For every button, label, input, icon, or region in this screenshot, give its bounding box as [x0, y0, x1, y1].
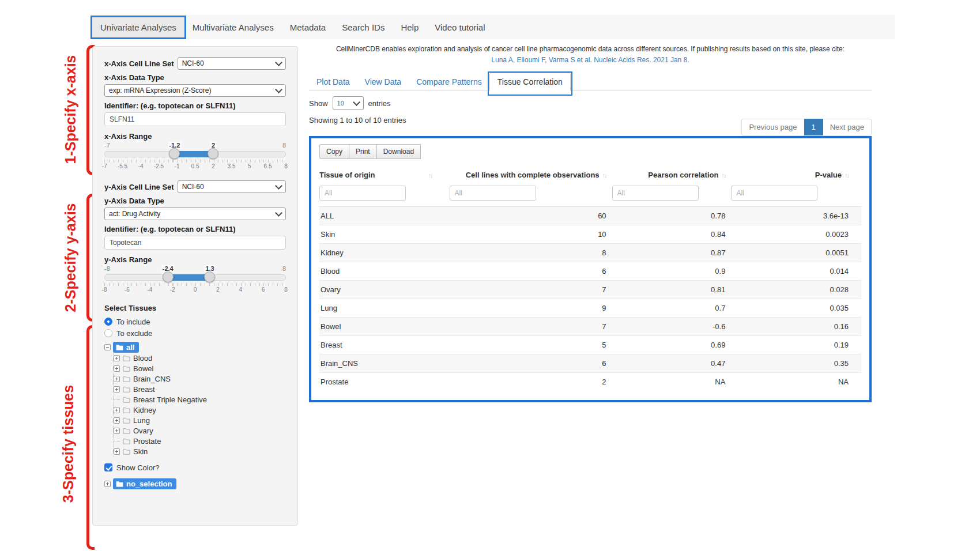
sort-icon[interactable]: ↑↓: [845, 172, 849, 179]
folder-icon: [123, 386, 130, 393]
expand-icon[interactable]: [114, 376, 120, 382]
previous-page-button[interactable]: Previous page: [741, 119, 804, 135]
include-radio[interactable]: [104, 318, 112, 326]
table-header-row: Tissue of origin↑↓ Cell lines with compl…: [319, 166, 861, 184]
tree-node-tissue[interactable]: Kidney: [114, 405, 286, 415]
analysis-tab[interactable]: View Data: [357, 73, 409, 90]
slider-max-label: 8: [282, 265, 286, 272]
slider-track[interactable]: [104, 151, 286, 157]
tree-node-tissue[interactable]: Bowel: [114, 363, 286, 373]
table-row[interactable]: ALL 60 0.78 3.6e-13: [319, 207, 861, 225]
exclude-radio-row[interactable]: To exclude: [104, 327, 286, 339]
expand-icon[interactable]: [114, 407, 120, 413]
folder-icon: [123, 417, 130, 424]
tree-node-label: Bowel: [133, 364, 153, 373]
export-button[interactable]: Download: [376, 144, 421, 159]
table-row[interactable]: Breast 5 0.69 0.19: [319, 336, 861, 354]
expand-icon[interactable]: [114, 365, 120, 372]
tree-node-tissue[interactable]: Brain_CNS: [114, 373, 286, 384]
nav-item[interactable]: Search IDs: [334, 17, 393, 37]
x-data-type-select[interactable]: exp: mRNA Expression (Z-Score): [104, 84, 286, 97]
sort-icon[interactable]: ↑↓: [721, 172, 725, 179]
table-row[interactable]: Blood 6 0.9 0.014: [319, 262, 861, 281]
export-button[interactable]: Copy: [319, 144, 349, 159]
slider-handle-from[interactable]: [163, 271, 174, 282]
tree-node-tissue[interactable]: Breast Triple Negative: [114, 394, 286, 405]
expand-icon[interactable]: [114, 428, 120, 434]
column-filter-input[interactable]: [612, 186, 699, 201]
table-row[interactable]: Lung 9 0.7 0.035: [319, 299, 861, 318]
slider-track[interactable]: [104, 274, 286, 281]
include-radio-row[interactable]: To include: [104, 316, 286, 327]
expand-icon[interactable]: [114, 438, 120, 444]
table-row[interactable]: Prostate 2 NA NA: [319, 373, 861, 391]
pvalue-cell: 0.035: [731, 299, 861, 318]
y-data-type-select[interactable]: act: Drug Activity: [104, 207, 286, 220]
slider-min-label: -8: [104, 265, 110, 272]
tree-node-tissue[interactable]: Lung: [114, 415, 286, 425]
table-row[interactable]: Kidney 8 0.87 0.0051: [319, 244, 861, 262]
table-row[interactable]: Skin 10 0.84 0.0023: [319, 225, 861, 244]
expand-icon[interactable]: [114, 448, 120, 455]
expand-icon[interactable]: [114, 386, 120, 393]
analysis-tab[interactable]: Tissue Correlation: [489, 73, 571, 91]
expand-icon[interactable]: [104, 481, 111, 487]
nav-item[interactable]: Multivariate Analyses: [184, 17, 282, 37]
column-header[interactable]: Pearson correlation↑↓: [612, 166, 732, 184]
expand-icon[interactable]: [114, 397, 120, 403]
column-filter-input[interactable]: [731, 186, 817, 201]
exclude-radio[interactable]: [104, 329, 112, 337]
next-page-button[interactable]: Next page: [823, 119, 872, 135]
column-header[interactable]: P-value↑↓: [731, 166, 861, 184]
table-row[interactable]: Ovary 7 0.81 0.028: [319, 281, 861, 299]
citation-link[interactable]: Luna A, Elloumi F, Varma S et al. Nuclei…: [309, 56, 872, 64]
expand-icon[interactable]: [114, 417, 120, 424]
tree-node-tissue[interactable]: Prostate: [114, 436, 286, 446]
tree-node-tissue[interactable]: Breast: [114, 384, 286, 394]
tree-node-tissue[interactable]: Skin: [114, 446, 286, 456]
nav-item[interactable]: Univariate Analyses: [92, 17, 184, 37]
pearson-cell: 0.78: [612, 207, 732, 225]
nav-item[interactable]: Metadata: [282, 17, 334, 37]
y-identifier-input[interactable]: [104, 236, 286, 250]
column-header[interactable]: Tissue of origin↑↓: [319, 166, 450, 184]
x-range-label: x-Axis Range: [104, 132, 286, 141]
folder-icon: [116, 481, 123, 487]
tree-node-all[interactable]: all: [104, 341, 286, 353]
slider-handle-from[interactable]: [169, 148, 180, 159]
y-range-label: y-Axis Range: [104, 255, 286, 264]
table-row[interactable]: Brain_CNS 6 0.47 0.35: [319, 354, 861, 373]
step2-annotation: 2-Specify y-axis: [62, 171, 79, 344]
column-filter-input[interactable]: [319, 186, 406, 201]
analysis-tab[interactable]: Compare Patterns: [409, 73, 489, 90]
x-cell-line-set-select[interactable]: NCI-60: [178, 57, 286, 70]
table-row[interactable]: Bowel 7 -0.6 0.16: [319, 318, 861, 336]
cell-lines-cell: 7: [450, 281, 612, 299]
column-header[interactable]: Cell lines with complete observations↑↓: [450, 166, 612, 184]
pearson-cell: 0.7: [612, 299, 732, 318]
analysis-tab[interactable]: Plot Data: [309, 73, 357, 90]
slider-handle-to[interactable]: [208, 148, 218, 159]
show-color-row[interactable]: Show Color?: [104, 462, 286, 473]
column-filter-input[interactable]: [450, 186, 536, 201]
y-range-slider[interactable]: -8 -2.4 1.3 8 -8-6-4-202468: [104, 265, 286, 293]
nav-item[interactable]: Video tutorial: [427, 17, 493, 37]
table-filter-row: [319, 184, 861, 207]
tree-node-tissue[interactable]: Ovary: [114, 425, 286, 436]
slider-handle-to[interactable]: [204, 271, 215, 282]
current-page-button[interactable]: 1: [804, 119, 823, 135]
tree-node-no-selection[interactable]: no_selection: [104, 477, 286, 490]
export-button[interactable]: Print: [349, 144, 377, 159]
show-color-checkbox[interactable]: [104, 463, 112, 471]
page-length-select[interactable]: 10: [333, 96, 364, 110]
x-identifier-input[interactable]: [104, 112, 286, 126]
y-cell-line-set-select[interactable]: NCI-60: [178, 180, 286, 193]
tissue-cell: ALL: [319, 207, 450, 225]
sort-icon[interactable]: ↑↓: [602, 172, 606, 179]
collapse-icon[interactable]: [104, 344, 111, 350]
sort-icon[interactable]: ↑↓: [428, 172, 432, 179]
x-range-slider[interactable]: -7 -1.2 2 8 -7-5.5-4-2.5-10.523.556.58: [104, 142, 286, 170]
expand-icon[interactable]: [114, 355, 120, 361]
nav-item[interactable]: Help: [393, 17, 427, 37]
tree-node-tissue[interactable]: Blood: [114, 353, 286, 363]
